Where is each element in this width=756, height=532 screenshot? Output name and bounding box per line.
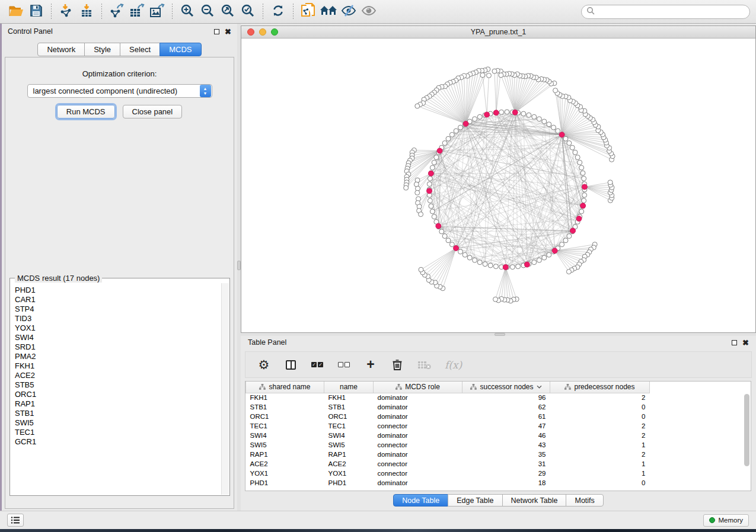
- scrollbar-thumb[interactable]: [744, 394, 749, 466]
- network-node[interactable]: [428, 198, 432, 203]
- close-panel-icon[interactable]: ✖: [742, 339, 749, 347]
- dominator-hub-node[interactable]: [580, 203, 586, 209]
- export-image-button[interactable]: [147, 3, 167, 21]
- network-canvas[interactable]: [241, 39, 755, 332]
- network-node[interactable]: [510, 265, 515, 270]
- network-node[interactable]: [454, 129, 458, 133]
- network-node[interactable]: [467, 255, 472, 260]
- tab-network[interactable]: Network: [37, 43, 85, 56]
- add-column-button[interactable]: +: [364, 358, 377, 372]
- mcds-result-item[interactable]: SWI5: [15, 418, 221, 428]
- network-node[interactable]: [486, 73, 491, 78]
- import-table-button[interactable]: [76, 3, 97, 21]
- network-node[interactable]: [477, 114, 482, 119]
- network-node[interactable]: [446, 136, 451, 141]
- network-node[interactable]: [415, 104, 420, 108]
- network-node[interactable]: [553, 88, 558, 93]
- network-node[interactable]: [527, 113, 531, 117]
- mcds-result-item[interactable]: SWI4: [15, 333, 221, 342]
- network-node[interactable]: [458, 125, 462, 130]
- table-scrollbar[interactable]: [744, 394, 750, 489]
- table-row[interactable]: TEC1TEC1connector472: [246, 421, 650, 431]
- network-node[interactable]: [442, 234, 447, 239]
- network-node[interactable]: [427, 182, 432, 187]
- network-node[interactable]: [430, 165, 435, 170]
- network-node[interactable]: [505, 110, 509, 114]
- close-panel-icon[interactable]: ✖: [225, 28, 231, 36]
- tab-node-table[interactable]: Node Table: [393, 494, 448, 507]
- table-row[interactable]: STB1STB1dominator620: [246, 402, 650, 412]
- network-node[interactable]: [579, 165, 584, 170]
- dominator-hub-node[interactable]: [484, 112, 490, 117]
- criterion-dropdown[interactable]: largest connected component (undirected)…: [27, 84, 212, 98]
- zoom-selected-button[interactable]: [238, 3, 258, 21]
- dominator-hub-node[interactable]: [552, 248, 557, 254]
- tab-style[interactable]: Style: [84, 43, 120, 56]
- column-header-mcds-role[interactable]: MCDS role: [374, 382, 462, 393]
- network-node[interactable]: [419, 267, 423, 272]
- dominator-hub-node[interactable]: [427, 188, 432, 194]
- network-node[interactable]: [580, 171, 585, 175]
- network-node[interactable]: [560, 242, 564, 247]
- network-node[interactable]: [566, 270, 571, 274]
- close-panel-button[interactable]: Close panel: [123, 105, 183, 118]
- network-node[interactable]: [473, 258, 477, 262]
- network-node[interactable]: [573, 150, 578, 155]
- memory-button[interactable]: Memory: [703, 514, 749, 527]
- network-node[interactable]: [428, 176, 432, 181]
- network-node[interactable]: [429, 204, 433, 209]
- network-node[interactable]: [432, 214, 436, 219]
- column-header-shared-name[interactable]: shared name: [246, 382, 324, 393]
- show-eye-button[interactable]: [359, 3, 379, 21]
- network-node[interactable]: [542, 119, 547, 124]
- network-node[interactable]: [537, 258, 541, 262]
- network-node[interactable]: [579, 209, 584, 214]
- network-node[interactable]: [542, 255, 547, 260]
- result-scrollbar[interactable]: [221, 283, 229, 495]
- network-node[interactable]: [415, 190, 420, 195]
- network-node[interactable]: [488, 263, 493, 268]
- network-node[interactable]: [449, 132, 454, 137]
- network-node[interactable]: [442, 140, 447, 145]
- select-all-button[interactable]: ✓✓: [311, 358, 324, 372]
- tab-motifs[interactable]: Motifs: [566, 494, 603, 507]
- mcds-result-item[interactable]: SRD1: [15, 342, 221, 352]
- search-input[interactable]: [595, 8, 745, 16]
- import-network-button[interactable]: [56, 3, 76, 21]
- network-node[interactable]: [492, 69, 497, 73]
- dominator-hub-node[interactable]: [454, 245, 459, 251]
- mcds-result-item[interactable]: STP4: [15, 305, 221, 314]
- window-close-icon[interactable]: [247, 28, 254, 36]
- network-node[interactable]: [499, 110, 504, 114]
- network-node[interactable]: [434, 155, 439, 160]
- network-node[interactable]: [556, 129, 560, 133]
- open-session-button[interactable]: [6, 3, 26, 21]
- tab-edge-table[interactable]: Edge Table: [448, 494, 502, 507]
- network-node[interactable]: [493, 297, 498, 302]
- network-node[interactable]: [563, 238, 568, 243]
- network-node[interactable]: [532, 260, 537, 265]
- hide-panel-button[interactable]: [339, 3, 359, 21]
- dominator-hub-node[interactable]: [512, 110, 518, 115]
- float-panel-icon[interactable]: [214, 29, 219, 34]
- dominator-hub-node[interactable]: [463, 121, 468, 126]
- run-mcds-button[interactable]: Run MCDS: [57, 105, 115, 118]
- refresh-button[interactable]: [268, 3, 288, 21]
- mcds-result-item[interactable]: PHD1: [15, 286, 221, 295]
- network-node[interactable]: [563, 136, 568, 141]
- network-node[interactable]: [547, 122, 551, 127]
- task-history-button[interactable]: [7, 514, 24, 527]
- deselect-all-button[interactable]: [337, 358, 350, 372]
- mcds-result-item[interactable]: FKH1: [15, 361, 221, 371]
- column-header-predecessor-nodes[interactable]: predecessor nodes: [550, 382, 650, 393]
- network-node[interactable]: [483, 262, 487, 267]
- zoom-fit-button[interactable]: [218, 3, 238, 21]
- export-network-button[interactable]: [107, 3, 127, 21]
- network-node[interactable]: [570, 145, 575, 150]
- dominator-hub-node[interactable]: [570, 228, 576, 233]
- network-window-titlebar[interactable]: YPA_prune.txt_1: [241, 26, 755, 39]
- network-node[interactable]: [551, 125, 556, 130]
- network-node[interactable]: [547, 252, 551, 257]
- dominator-hub-node[interactable]: [428, 171, 433, 176]
- network-overview-button[interactable]: [318, 3, 339, 21]
